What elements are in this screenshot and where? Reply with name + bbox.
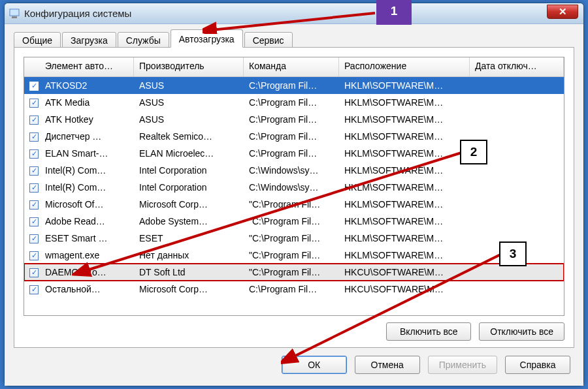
cell-cmd: C:\Program Fil… [244, 147, 339, 160]
cell-loc: HKLM\SOFTWARE\M… [339, 164, 470, 177]
cell-loc: HKLM\SOFTWARE\M… [339, 96, 470, 109]
cell-mf: Adobe System… [134, 215, 244, 228]
cell-date [470, 169, 564, 172]
cell-loc: HKLM\SOFTWARE\M… [339, 79, 470, 92]
cell-date [470, 220, 564, 223]
listview-header: Элемент авто… Производитель Команда Расп… [24, 57, 564, 77]
cell-mf: DT Soft Ltd [134, 266, 244, 279]
client-area: ОбщиеЗагрузкаСлужбыАвтозагрузкаСервис Эл… [5, 24, 583, 386]
cell-cmd: "C:\Program Fil… [244, 266, 339, 279]
cell-cmd: C:\Program Fil… [244, 283, 339, 296]
col-date-disabled[interactable]: Дата отключ… [470, 57, 564, 76]
table-row[interactable]: ✓Adobe Read…Adobe System…"C:\Program Fil… [24, 213, 564, 230]
cancel-button[interactable]: Отмена [355, 356, 420, 374]
row-checkbox[interactable]: ✓ [29, 234, 39, 243]
table-row[interactable]: ✓Intel(R) Com…Intel CorporationC:\Window… [24, 179, 564, 196]
window-title: Конфигурация системы [24, 8, 131, 19]
svg-rect-0 [10, 9, 19, 16]
listview-body[interactable]: ✓ATKOSD2ASUSC:\Program Fil…HKLM\SOFTWARE… [24, 77, 564, 315]
row-checkbox[interactable]: ✓ [29, 132, 39, 142]
cell-element: ELAN Smart-… [40, 147, 134, 160]
cell-mf: Intel Corporation [134, 164, 244, 177]
col-command[interactable]: Команда [244, 57, 339, 76]
cell-cmd: C:\Windows\sy… [244, 164, 339, 177]
col-element[interactable]: Элемент авто… [40, 57, 134, 76]
tab-4[interactable]: Сервис [244, 32, 293, 48]
annotation-1: 1 [376, 0, 412, 25]
ok-button[interactable]: ОК [282, 356, 347, 374]
cell-mf: Intel Corporation [134, 181, 244, 194]
cell-element: ATKOSD2 [40, 79, 134, 92]
row-checkbox[interactable]: ✓ [29, 99, 39, 108]
cell-element: Диспетчер … [40, 130, 134, 143]
tab-2[interactable]: Службы [118, 32, 169, 48]
row-checkbox[interactable]: ✓ [29, 116, 39, 125]
help-button[interactable]: Справка [505, 356, 570, 374]
table-row[interactable]: ✓Остальной…Microsoft Corp…C:\Program Fil… [24, 281, 564, 298]
cell-loc: HKLM\SOFTWARE\M… [339, 232, 470, 245]
startup-listview[interactable]: Элемент авто… Производитель Команда Расп… [24, 57, 564, 316]
cell-element: Остальной… [40, 283, 134, 296]
table-row[interactable]: ✓Microsoft Of…Microsoft Corp…"C:\Program… [24, 196, 564, 213]
row-checkbox[interactable]: ✓ [29, 217, 39, 226]
cell-element: ATK Media [40, 96, 134, 109]
cell-mf: Realtek Semico… [134, 130, 244, 143]
cell-mf: Microsoft Corp… [134, 198, 244, 211]
annotation-2: 2 [460, 140, 487, 164]
cell-mf: Microsoft Corp… [134, 283, 244, 296]
cell-date [470, 118, 564, 121]
row-checkbox[interactable]: ✓ [29, 183, 39, 193]
row-checkbox[interactable]: ✓ [29, 166, 39, 176]
tab-3[interactable]: Автозагрузка [171, 29, 243, 48]
table-row[interactable]: ✓wmagent.exeНет данных"C:\Program Fil…HK… [24, 247, 564, 264]
pane-button-row: Включить все Отключить все [24, 316, 564, 341]
cell-element: Adobe Read… [40, 215, 134, 228]
cell-cmd: "C:\Program Fil… [244, 232, 339, 245]
cell-mf: ASUS [134, 96, 244, 109]
row-checkbox[interactable]: ✓ [29, 200, 39, 210]
cell-date [470, 203, 564, 206]
close-button[interactable]: ✕ [547, 5, 578, 19]
cell-cmd: C:\Program Fil… [244, 96, 339, 109]
cell-loc: HKCU\SOFTWARE\M… [339, 283, 470, 296]
table-row[interactable]: ✓DAEMON To…DT Soft Ltd"C:\Program Fil…HK… [24, 264, 564, 281]
tab-0[interactable]: Общие [14, 32, 61, 48]
cell-loc: HKLM\SOFTWARE\M… [339, 249, 470, 262]
row-checkbox[interactable]: ✓ [29, 149, 39, 159]
cell-cmd: C:\Windows\sy… [244, 181, 339, 194]
disable-all-button[interactable]: Отключить все [479, 322, 564, 341]
cell-loc: HKLM\SOFTWARE\M… [339, 147, 470, 160]
cell-loc: HKLM\SOFTWARE\M… [339, 130, 470, 143]
col-location[interactable]: Расположение [339, 57, 470, 76]
table-row[interactable]: ✓ATK MediaASUSC:\Program Fil…HKLM\SOFTWA… [24, 94, 564, 111]
cell-element: ATK Hotkey [40, 113, 134, 126]
cell-element: Microsoft Of… [40, 198, 134, 211]
svg-rect-1 [12, 16, 17, 18]
cell-mf: ASUS [134, 79, 244, 92]
tab-strip: ОбщиеЗагрузкаСлужбыАвтозагрузкаСервис [14, 29, 574, 48]
col-checkbox[interactable] [24, 57, 40, 76]
col-manufacturer[interactable]: Производитель [134, 57, 244, 76]
row-checkbox[interactable]: ✓ [29, 251, 39, 260]
enable-all-button[interactable]: Включить все [386, 322, 471, 341]
cell-loc: HKLM\SOFTWARE\M… [339, 215, 470, 228]
apply-button[interactable]: Применить [428, 356, 497, 374]
table-row[interactable]: ✓ATKOSD2ASUSC:\Program Fil…HKLM\SOFTWARE… [24, 77, 564, 94]
row-checkbox[interactable]: ✓ [29, 82, 39, 91]
table-row[interactable]: ✓ESET Smart …ESET"C:\Program Fil…HKLM\SO… [24, 230, 564, 247]
cell-loc: HKCU\SOFTWARE\M… [339, 266, 470, 279]
annotation-3: 3 [499, 241, 527, 266]
tab-1[interactable]: Загрузка [62, 32, 116, 48]
row-checkbox[interactable]: ✓ [29, 285, 39, 294]
cell-cmd: "C:\Program Fil… [244, 215, 339, 228]
cell-cmd: C:\Program Fil… [244, 79, 339, 92]
cell-date [470, 135, 564, 138]
cell-date [470, 237, 564, 240]
cell-loc: HKLM\SOFTWARE\M… [339, 181, 470, 194]
titlebar[interactable]: Конфигурация системы ✕ [5, 3, 583, 24]
cell-element: ESET Smart … [40, 232, 134, 245]
row-checkbox[interactable]: ✓ [29, 268, 39, 277]
table-row[interactable]: ✓ATK HotkeyASUSC:\Program Fil…HKLM\SOFTW… [24, 111, 564, 128]
cell-date [470, 271, 564, 273]
cell-element: wmagent.exe [40, 249, 134, 262]
